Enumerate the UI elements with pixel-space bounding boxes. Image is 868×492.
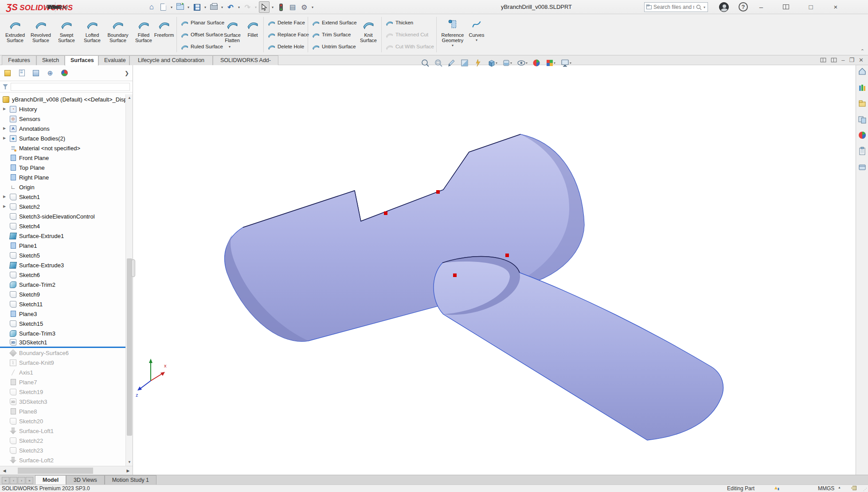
marketplace-icon[interactable] (859, 165, 865, 170)
tree-item-sketch5[interactable]: Sketch5 (0, 250, 126, 260)
knit-surface-button[interactable]: Knit Surface (357, 16, 379, 53)
tab-evaluate[interactable]: Evaluate (98, 55, 129, 65)
tree-item-plane1[interactable]: Plane1 (0, 241, 126, 250)
display-manager-tab[interactable] (59, 68, 69, 78)
expand-arrow-icon[interactable]: ▶ (3, 133, 6, 143)
tree-item-sketch6[interactable]: Sketch6 (0, 270, 126, 280)
tree-item-annotations[interactable]: ▶Annotations (0, 124, 126, 133)
options-button[interactable]: ⚙ (299, 1, 309, 13)
scroll-left-icon[interactable]: ◀ (1, 467, 8, 474)
custom-properties-icon[interactable] (860, 147, 865, 155)
apply-scene-icon[interactable] (547, 60, 555, 66)
new-document-button[interactable] (158, 1, 168, 13)
tree-item-sketch22[interactable]: Sketch22 (0, 436, 126, 445)
units-dropdown-icon[interactable]: ▲ (838, 486, 841, 489)
undo-button[interactable]: ↶ (225, 1, 236, 13)
tree-item-front-plane[interactable]: Front Plane (0, 153, 126, 163)
save-button[interactable] (192, 1, 202, 13)
options-dropdown[interactable]: ▾ (310, 5, 315, 9)
search-input[interactable] (653, 4, 694, 10)
section-view-icon[interactable] (461, 60, 468, 66)
doc-restore-button[interactable]: ❐ (849, 57, 854, 63)
ribbon-collapse-chevron[interactable]: ⌃ (860, 48, 864, 54)
tree-item-surface-trim3[interactable]: Surface-Trim3 (0, 328, 126, 338)
thicken-button[interactable]: Thicken (384, 17, 415, 28)
delete-face-button[interactable]: Delete Face (266, 17, 307, 28)
user-profile-icon[interactable] (719, 2, 729, 12)
surface-body-2[interactable] (434, 257, 723, 440)
zoom-to-area-icon[interactable] (435, 60, 442, 66)
tree-item-top-plane[interactable]: Top Plane (0, 163, 126, 172)
rebuild-warning-icon[interactable] (774, 485, 780, 491)
search-box[interactable]: ▾ (644, 2, 708, 12)
tree-item-material[interactable]: Material <not specified> (0, 143, 126, 153)
tree-item-right-plane[interactable]: Right Plane (0, 172, 126, 182)
view-settings-icon[interactable] (562, 60, 571, 67)
scroll-up-icon[interactable]: ▲ (126, 94, 133, 102)
tree-item-surface-extrude1[interactable]: Surface-Extrude1 (0, 231, 126, 241)
doc-close-button[interactable]: ✕ (859, 57, 864, 63)
pane-right-icon[interactable] (831, 58, 837, 62)
tab-features[interactable]: Features (2, 55, 36, 65)
help-icon[interactable]: ? (739, 2, 748, 12)
file-explorer-icon[interactable] (859, 101, 865, 106)
tree-item-sketch4[interactable]: Sketch4 (0, 221, 126, 231)
lofted-surface-button[interactable]: Lofted Surface (80, 16, 105, 53)
extend-surface-button[interactable]: Extend Surface (310, 17, 359, 28)
scrollbar-thumb[interactable] (127, 258, 132, 436)
tree-item-sketch9[interactable]: Sketch9 (0, 289, 126, 299)
undo-dropdown[interactable]: ▾ (237, 5, 241, 9)
design-library-icon[interactable] (859, 85, 865, 91)
offset-surface-button[interactable]: Offset Surface (179, 29, 225, 40)
expand-arrow-icon[interactable]: ▶ (3, 124, 6, 133)
doc-minimize-button[interactable]: – (841, 57, 845, 63)
tree-item-sketch3[interactable]: Sketch3-sideElevationControl (0, 211, 126, 221)
scroll-down-icon[interactable]: ▼ (126, 459, 133, 466)
open-button[interactable] (175, 1, 185, 13)
save-dropdown[interactable]: ▾ (203, 5, 207, 9)
appearances-scenes-icon[interactable] (859, 132, 866, 139)
trim-surface-button[interactable]: Trim Surface (310, 29, 352, 40)
tab-solidworks-add-ins[interactable]: SOLIDWORKS Add-Ins (213, 55, 278, 65)
close-button[interactable]: × (828, 1, 843, 13)
tree-item-3dsketch1[interactable]: 3DSketch1 (0, 338, 126, 348)
tree-item-sketch20[interactable]: Sketch20 (0, 416, 126, 426)
rebuild-button[interactable] (276, 1, 286, 13)
expand-arrow-icon[interactable]: ▶ (3, 202, 6, 211)
scrollbar-thumb[interactable] (18, 468, 93, 474)
revolved-surface-button[interactable]: Revolved Surface (28, 16, 53, 53)
tree-root[interactable]: yBranchDrill_v008 (Default) <<Default>_D… (0, 94, 126, 104)
dynamic-annotation-icon[interactable] (476, 59, 480, 66)
file-properties-button[interactable]: ▤ (287, 1, 298, 13)
tree-item-plane3[interactable]: Plane3 (0, 309, 126, 319)
tree-item-surface-bodies[interactable]: ▶Surface Bodies(2) (0, 133, 126, 143)
new-dropdown[interactable]: ▾ (169, 5, 174, 9)
tree-item-surface-loft2[interactable]: Surface-Loft2 (0, 455, 126, 465)
select-dropdown[interactable]: ▾ (270, 5, 275, 9)
pane-layout-button[interactable] (778, 1, 794, 13)
tree-item-axis1[interactable]: Axis1 (0, 367, 126, 377)
tree-item-surface-knit9[interactable]: Surface-Knit9 (0, 358, 126, 367)
tree-item-sketch11[interactable]: Sketch11 (0, 299, 126, 309)
tab-motion-study-1[interactable]: Motion Study 1 (105, 475, 156, 484)
curves-button[interactable]: Curves▾ (466, 16, 487, 53)
redo-button[interactable]: ↷ (242, 1, 253, 13)
tab-surfaces[interactable]: Surfaces (65, 55, 98, 66)
filter-funnel-icon[interactable] (3, 84, 8, 90)
model-canvas[interactable]: x z (133, 65, 856, 475)
extruded-surface-button[interactable]: Extruded Surface (3, 16, 27, 53)
tab-sketch[interactable]: Sketch (36, 55, 65, 65)
tree-horizontal-scrollbar[interactable]: ◀ ▶ (0, 466, 133, 475)
tree-vertical-scrollbar[interactable]: ▲ ▼ (125, 94, 133, 466)
curves-dropdown[interactable]: ▾ (474, 38, 479, 43)
hide-show-items-icon[interactable] (518, 61, 528, 65)
tree-item-sketch2[interactable]: ▶Sketch2 (0, 202, 126, 211)
property-manager-tab[interactable] (17, 68, 27, 78)
boundary-surface-button[interactable]: Boundary Surface (106, 16, 130, 53)
expand-arrow-icon[interactable]: ▶ (3, 104, 6, 114)
tree-filter-input[interactable] (11, 83, 130, 91)
tree-item-plane8[interactable]: Plane8 (0, 406, 126, 416)
tree-item-sketch1[interactable]: ▶Sketch1 (0, 192, 126, 202)
tree-item-surface-trim2[interactable]: Surface-Trim2 (0, 280, 126, 289)
featuremanager-tree-tab[interactable] (3, 68, 12, 78)
